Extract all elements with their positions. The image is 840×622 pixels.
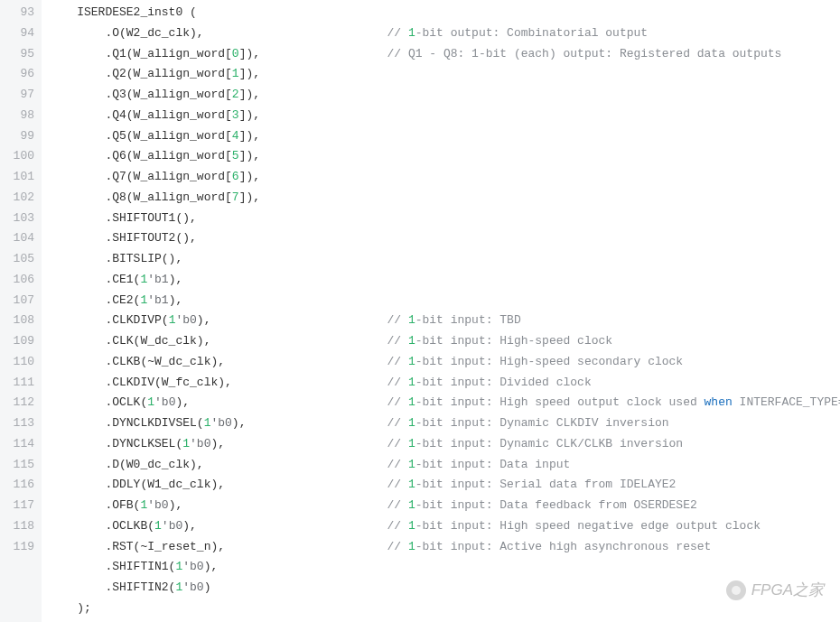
line-number: 96: [4, 64, 34, 85]
line-number: 115: [4, 455, 34, 476]
code-line: .OFB(1'b0), // 1-bit input: Data feedbac…: [49, 496, 840, 516]
code-line: .RST(~I_reset_n), // 1-bit input: Active…: [49, 537, 840, 558]
line-number: 97: [4, 85, 34, 106]
line-number: 108: [4, 311, 34, 331]
line-number: 102: [4, 188, 34, 209]
code-line: .CE1(1'b1),: [49, 270, 840, 291]
line-number: 111: [4, 373, 34, 394]
line-number: 116: [4, 475, 34, 496]
wechat-icon: [726, 580, 746, 600]
line-number: 112: [4, 393, 34, 413]
line-number: 113: [4, 413, 34, 434]
code-line: );: [49, 599, 840, 619]
line-number: 93: [4, 3, 34, 23]
code-line: .Q2(W_allign_word[1]),: [49, 64, 840, 85]
code-line: .SHIFTOUT1(),: [49, 209, 840, 229]
code-viewer: 9394959697989910010110210310410510610710…: [0, 0, 840, 622]
code-line: .DDLY(W1_dc_clk), // 1-bit input: Serial…: [49, 475, 840, 496]
code-line: .SHIFTIN1(1'b0),: [49, 557, 840, 578]
code-line: .DYNCLKSEL(1'b0), // 1-bit input: Dynami…: [49, 434, 840, 455]
code-line: .CLKDIV(W_fc_clk), // 1-bit input: Divid…: [49, 373, 840, 394]
code-line: .OCLKB(1'b0), // 1-bit input: High speed…: [49, 516, 840, 537]
line-number: 104: [4, 228, 34, 249]
code-line: .D(W0_dc_clk), // 1-bit input: Data inpu…: [49, 455, 840, 476]
code-line: .CLK(W_dc_clk), // 1-bit input: High-spe…: [49, 331, 840, 352]
line-number: 114: [4, 434, 34, 455]
line-number: 118: [4, 516, 34, 537]
line-number: 103: [4, 209, 34, 229]
code-line: ISERDESE2_inst0 (: [49, 3, 840, 23]
code-line: .CLKDIVP(1'b0), // 1-bit input: TBD: [49, 311, 840, 331]
code-line: .Q7(W_allign_word[6]),: [49, 167, 840, 188]
line-number: 117: [4, 496, 34, 516]
code-line: .Q6(W_allign_word[5]),: [49, 146, 840, 167]
code-line: .SHIFTIN2(1'b0): [49, 578, 840, 599]
line-number: 106: [4, 270, 34, 291]
line-number: 119: [4, 537, 34, 558]
code-line: .CE2(1'b1),: [49, 291, 840, 311]
code-line: .SHIFTOUT2(),: [49, 228, 840, 249]
line-number: 94: [4, 23, 34, 44]
code-line: .BITSLIP(),: [49, 249, 840, 270]
code-line: .OCLK(1'b0), // 1-bit input: High speed …: [49, 393, 840, 413]
line-number-gutter: 9394959697989910010110210310410510610710…: [0, 0, 42, 622]
line-number: 100: [4, 146, 34, 167]
code-line: .DYNCLKDIVSEL(1'b0), // 1-bit input: Dyn…: [49, 413, 840, 434]
line-number: 98: [4, 106, 34, 126]
line-number: 101: [4, 167, 34, 188]
watermark-text: FPGA之家: [751, 577, 824, 604]
line-number: 110: [4, 352, 34, 373]
line-number: 105: [4, 249, 34, 270]
code-line: .Q1(W_allign_word[0]), // Q1 - Q8: 1-bit…: [49, 44, 840, 65]
code-panel: ISERDESE2_inst0 ( .O(W2_dc_clk), // 1-bi…: [42, 0, 840, 622]
code-line: .O(W2_dc_clk), // 1-bit output: Combinat…: [49, 23, 840, 44]
line-number: 109: [4, 331, 34, 352]
code-line: .Q8(W_allign_word[7]),: [49, 188, 840, 209]
code-line: .Q5(W_allign_word[4]),: [49, 126, 840, 147]
code-line: .Q4(W_allign_word[3]),: [49, 106, 840, 126]
code-line: .CLKB(~W_dc_clk), // 1-bit input: High-s…: [49, 352, 840, 373]
watermark: FPGA之家: [726, 577, 824, 604]
line-number: 99: [4, 126, 34, 147]
line-number: 107: [4, 291, 34, 311]
line-number: 95: [4, 44, 34, 65]
code-line: .Q3(W_allign_word[2]),: [49, 85, 840, 106]
